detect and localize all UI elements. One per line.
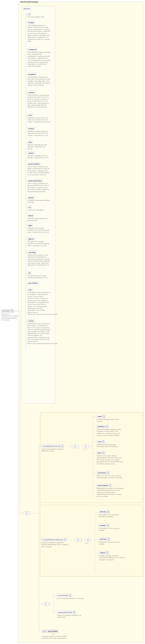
expand-icon[interactable]: −: [64, 539, 66, 541]
crg-item-label: narrower: [100, 538, 107, 540]
attr-desc: The type of the concept assigned as cont…: [27, 241, 51, 246]
attr-type[interactable]: type: [27, 224, 33, 227]
connector: [26, 23, 27, 23]
attr-desc: One or many constraints that apply to pu…: [27, 166, 51, 176]
attr-custom[interactable]: custom: [27, 91, 35, 94]
attr-desc: If the property value is not defined, sp…: [27, 24, 51, 42]
attr-desc: A qualified code which identifies a conc…: [27, 200, 51, 204]
expand-icon[interactable]: +: [73, 612, 75, 613]
cdg-composer: [72, 444, 79, 448]
attr-role[interactable]: role: [27, 288, 33, 292]
expand-icon[interactable]: +: [102, 452, 104, 454]
attr-any---other[interactable]: any ##other: [27, 282, 39, 285]
connector: [79, 446, 83, 447]
expand-icon[interactable]: −: [87, 539, 89, 541]
connector: [54, 612, 57, 612]
cdg-item-facet[interactable]: facet+: [96, 451, 105, 454]
expand-icon[interactable]: −: [11, 310, 13, 312]
crg-item-narrower[interactable]: narrower+: [99, 538, 111, 541]
attr-desc: The local identifier of the: [27, 16, 51, 18]
attr-creator[interactable]: creator: [27, 21, 35, 24]
person-details-label: personDetails: [58, 594, 68, 596]
connector: [91, 540, 95, 540]
cdg-item-name[interactable]: name+: [96, 415, 106, 418]
person-details-desc: A set of properties specific to a person: [57, 598, 84, 600]
attr-how[interactable]: how: [27, 114, 33, 117]
sequence-composer-main: [23, 511, 30, 515]
attr-desc: Indicates by which means the value was e…: [27, 130, 51, 136]
expand-icon[interactable]: +: [69, 594, 71, 596]
org-details-desc: A group of properties specific to an org…: [57, 614, 84, 618]
expand-icon[interactable]: +: [107, 524, 109, 526]
attr-id[interactable]: id: [27, 12, 31, 16]
connector: [26, 115, 27, 116]
crg-item-sameas[interactable]: sameAs+: [99, 510, 110, 513]
attr-desc: Why the metadata has been included - exp…: [27, 155, 51, 159]
attr-desc: A refinement of the semantics of the pro…: [27, 323, 51, 344]
expand-icon[interactable]: +: [107, 511, 109, 513]
attr-uri[interactable]: uri: [27, 206, 32, 209]
expand-icon[interactable]: +: [109, 484, 111, 486]
cdg-node[interactable]: ConceptDefinitionGroup −: [41, 444, 64, 448]
org-details-node[interactable]: organisationDetails +: [57, 611, 76, 614]
attr-literal[interactable]: literal: [27, 214, 34, 217]
connector: [26, 290, 27, 290]
attr-typeuri[interactable]: typeuri: [27, 237, 35, 240]
attr-why[interactable]: why: [27, 140, 33, 144]
root-element[interactable]: participant −: [1, 309, 14, 312]
attr-whyuri[interactable]: whyuri: [27, 152, 35, 155]
attr-desc: A URI which identifies a: [27, 209, 51, 211]
attr-label: how: [29, 114, 32, 116]
root-label: participant: [2, 310, 10, 312]
connector: [26, 92, 27, 93]
attr-pubconstraint[interactable]: pubconstraint: [27, 162, 41, 166]
cdg-item-hierarchyinfo[interactable]: hierarchyInfo+: [96, 484, 112, 487]
crg-item-broader[interactable]: broader+: [99, 524, 110, 527]
connector: [26, 14, 27, 14]
attributes-header: attributes: [22, 7, 31, 10]
attr-pubconstrainturi[interactable]: pubconstrainturi: [27, 179, 43, 182]
expand-icon[interactable]: +: [108, 538, 110, 540]
attr-label: roleuri: [29, 320, 34, 322]
crg-desc: A group of properties required to indica…: [41, 542, 69, 548]
connector: [39, 604, 42, 604]
other-card: 0..∞: [52, 633, 55, 635]
person-details-node[interactable]: personDetails +: [57, 594, 72, 597]
cdg-item-desc: A natural language definition of the sem…: [96, 428, 124, 436]
expand-icon[interactable]: −: [61, 445, 63, 447]
cdg-label: ConceptDefinitionGroup: [42, 445, 60, 447]
attr-qcode[interactable]: qcode: [27, 196, 35, 199]
cdg-item-desc: A link to an item or a web resource whic…: [96, 475, 124, 479]
attr-label: typeuri: [29, 238, 34, 240]
crg-item-related[interactable]: related+: [99, 551, 109, 554]
attr-creatoruri[interactable]: creatoruri: [27, 48, 37, 51]
attr-dir[interactable]: dir: [27, 272, 32, 274]
expand-icon[interactable]: +: [103, 416, 105, 418]
crg-label: ConceptRelationshipsGroup: [42, 539, 63, 541]
cdg-inner-group: −: [83, 444, 88, 448]
cdg-item-label: remoteInfo: [98, 472, 106, 474]
connector: [93, 473, 96, 473]
expand-icon[interactable]: +: [106, 426, 108, 428]
connector: [88, 446, 93, 447]
attr-label: pubconstrainturi: [29, 180, 42, 182]
crg-item-label: sameAs: [100, 511, 106, 513]
cdg-item-definition[interactable]: definition+: [96, 425, 109, 428]
connector: [26, 129, 27, 129]
attr-xml-lang[interactable]: xml:lang: [27, 251, 37, 254]
any-other-node[interactable]: any any ##other: [42, 630, 59, 633]
attr-modified[interactable]: modified: [27, 73, 37, 76]
attr-howuri[interactable]: howuri: [27, 127, 35, 130]
cdg-item-note[interactable]: note+: [96, 440, 105, 443]
type-title: Flex1PartyPropType: [20, 1, 38, 3]
cdg-item-desc: Additional natural language information …: [96, 444, 124, 448]
cdg-group: [40, 412, 143, 503]
attr-label: modified: [29, 74, 35, 75]
expand-icon[interactable]: −: [85, 446, 87, 448]
crg-node[interactable]: ConceptRelationshipsGroup −: [41, 538, 67, 541]
expand-icon[interactable]: +: [107, 472, 109, 474]
expand-icon[interactable]: +: [106, 552, 108, 554]
expand-icon[interactable]: +: [102, 441, 104, 443]
attr-roleuri[interactable]: roleuri: [27, 319, 35, 322]
cdg-item-remoteinfo[interactable]: remoteInfo+: [96, 471, 110, 474]
